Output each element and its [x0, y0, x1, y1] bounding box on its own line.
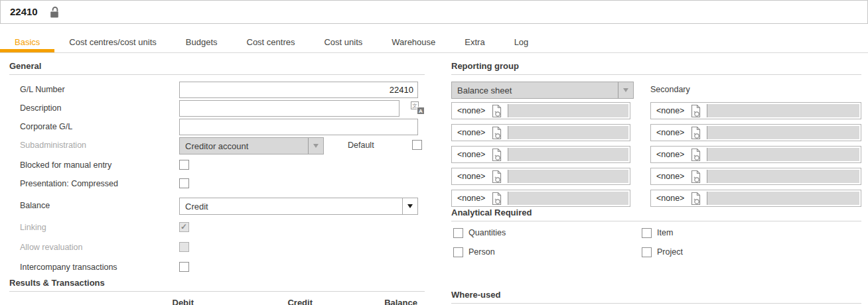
- lookup-value-field: [707, 104, 859, 117]
- allow-revaluation-checkbox: [179, 242, 189, 252]
- document-search-icon[interactable]: [689, 192, 702, 206]
- general-section: General G/L Number Description 文 A Corpo…: [9, 61, 425, 75]
- quantities-label: Quantities: [469, 228, 506, 237]
- debit-column-header: Debit: [113, 298, 194, 305]
- chevron-down-icon: [308, 138, 323, 154]
- default-checkbox[interactable]: [412, 140, 422, 150]
- project-checkbox[interactable]: [642, 247, 652, 257]
- intercompany-transactions-checkbox[interactable]: [179, 262, 189, 272]
- reporting-group-secondary-lookup-3: <none>: [650, 146, 861, 163]
- corporate-gl-row: Corporate G/L: [9, 119, 425, 136]
- tab-cost-centres[interactable]: Cost centres: [232, 33, 310, 52]
- presentation-compressed-row: Presentation: Compressed: [9, 176, 425, 193]
- description-row: Description 文 A: [9, 100, 425, 117]
- blocked-manual-entry-checkbox[interactable]: [179, 160, 189, 170]
- lookup-value-field: [508, 104, 628, 117]
- linking-checkbox: [179, 222, 189, 232]
- description-label: Description: [20, 103, 62, 113]
- document-search-icon[interactable]: [490, 104, 503, 118]
- subadministration-select: Creditor account: [179, 137, 324, 154]
- chevron-down-icon: [618, 82, 633, 98]
- reporting-group-primary-lookup-3: <none>: [451, 146, 630, 163]
- default-label: Default: [348, 141, 374, 150]
- document-search-icon[interactable]: [490, 126, 503, 140]
- tab-warehouse[interactable]: Warehouse: [377, 33, 450, 52]
- general-section-title: General: [9, 61, 425, 75]
- linking-label: Linking: [20, 223, 46, 232]
- document-search-icon[interactable]: [490, 148, 503, 162]
- chevron-down-icon[interactable]: [402, 198, 417, 214]
- document-search-icon[interactable]: [689, 126, 702, 140]
- reporting-group-primary-lookup-5: <none>: [451, 190, 630, 207]
- tab-extra[interactable]: Extra: [450, 33, 499, 52]
- unlock-icon: [48, 6, 60, 19]
- lookup-value-field: [508, 192, 628, 205]
- reporting-group-primary-lookup-1: <none>: [451, 102, 630, 119]
- where-used-title: Where-used: [451, 290, 861, 304]
- lookup-value-field: [707, 192, 859, 205]
- tab-bar: Basics Cost centres/cost units Budgets C…: [0, 33, 868, 53]
- project-label: Project: [657, 247, 683, 257]
- item-option: Item: [642, 227, 673, 239]
- lookup-value-field: [707, 148, 859, 161]
- item-checkbox[interactable]: [642, 228, 652, 238]
- document-search-icon[interactable]: [689, 104, 702, 118]
- account-number: 22410: [10, 1, 38, 23]
- reporting-group-title: Reporting group: [451, 61, 861, 75]
- person-checkbox[interactable]: [453, 247, 463, 257]
- tab-cost-centres-cost-units[interactable]: Cost centres/cost units: [54, 33, 171, 52]
- lookup-value-field: [707, 126, 859, 139]
- linking-row: Linking: [9, 219, 425, 237]
- gl-number-label: G/L Number: [20, 85, 65, 94]
- corporate-gl-input[interactable]: [179, 119, 418, 135]
- lookup-value-field: [508, 148, 628, 161]
- tab-basics[interactable]: Basics: [0, 33, 54, 52]
- reporting-group-primary-select: Balance sheet: [451, 82, 634, 99]
- project-option: Project: [642, 246, 683, 258]
- blocked-manual-entry-label: Blocked for manual entry: [20, 160, 111, 170]
- item-label: Item: [657, 228, 673, 237]
- reporting-group-primary-lookup-2: <none>: [451, 124, 630, 141]
- reporting-group-secondary-lookup-2: <none>: [650, 124, 861, 141]
- gl-number-input[interactable]: [179, 82, 418, 98]
- translate-icon[interactable]: 文 A: [411, 101, 425, 115]
- corporate-gl-label: Corporate G/L: [20, 122, 72, 131]
- blocked-manual-entry-row: Blocked for manual entry: [9, 157, 425, 174]
- presentation-compressed-checkbox[interactable]: [179, 178, 189, 188]
- balance-column-header: Balance: [336, 298, 417, 305]
- document-search-icon[interactable]: [689, 148, 702, 162]
- document-search-icon[interactable]: [689, 170, 702, 184]
- presentation-compressed-label: Presentation: Compressed: [20, 179, 118, 188]
- tab-budgets[interactable]: Budgets: [171, 33, 232, 52]
- person-option: Person: [453, 246, 495, 258]
- lookup-value-field: [508, 126, 628, 139]
- description-input[interactable]: [179, 100, 399, 117]
- results-column-headers: Debit Credit Balance: [9, 298, 425, 305]
- titlebar: 22410: [0, 0, 868, 24]
- subadministration-label: Subadministration: [20, 141, 86, 150]
- lookup-value-field: [707, 170, 859, 183]
- balance-row: Balance Credit: [9, 198, 425, 215]
- document-search-icon[interactable]: [490, 192, 503, 206]
- intercompany-transactions-label: Intercompany transactions: [20, 263, 117, 272]
- analytical-required-title: Analytical Required: [451, 208, 861, 221]
- reporting-group-secondary-lookup-4: <none>: [650, 168, 861, 185]
- quantities-option: Quantities: [453, 227, 506, 239]
- reporting-group-secondary-lookup-5: <none>: [650, 190, 861, 207]
- quantities-checkbox[interactable]: [453, 228, 463, 238]
- lookup-value-field: [508, 170, 628, 183]
- results-transactions-title: Results & Transactions: [9, 278, 425, 292]
- tab-cost-units[interactable]: Cost units: [309, 33, 377, 52]
- intercompany-transactions-row: Intercompany transactions: [9, 259, 425, 276]
- allow-revaluation-row: Allow revaluation: [9, 239, 425, 257]
- reporting-group-section: Reporting group Balance sheet Secondary …: [451, 61, 861, 75]
- reporting-group-secondary-lookup-1: <none>: [650, 102, 861, 119]
- balance-select[interactable]: Credit: [179, 198, 418, 215]
- allow-revaluation-label: Allow revaluation: [20, 243, 83, 252]
- tab-log[interactable]: Log: [500, 33, 543, 52]
- secondary-label: Secondary: [650, 85, 690, 94]
- balance-label: Balance: [20, 201, 50, 210]
- document-search-icon[interactable]: [490, 170, 503, 184]
- gl-number-row: G/L Number: [9, 82, 425, 99]
- subadministration-row: Subadministration Creditor account Defau…: [9, 137, 425, 154]
